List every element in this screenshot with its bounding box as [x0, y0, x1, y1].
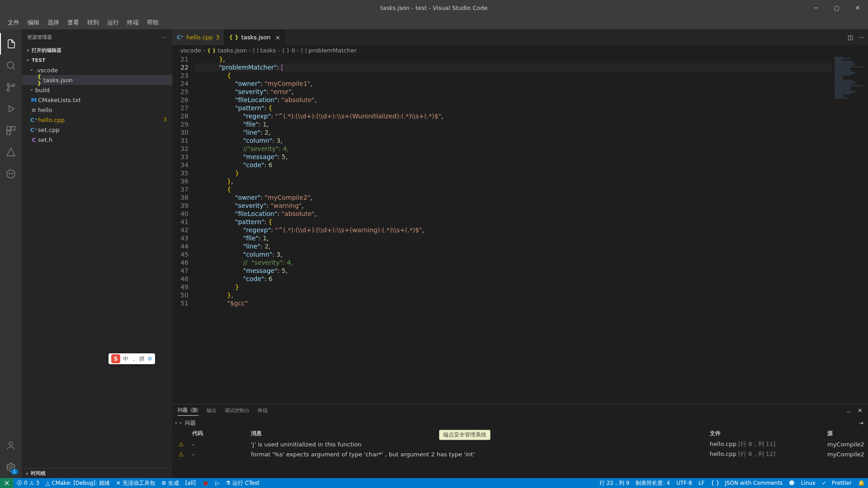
chevron-down-icon: ›: [28, 86, 35, 94]
tree-file-hello[interactable]: ≡ hello: [22, 105, 172, 115]
status-remote[interactable]: [0, 478, 14, 488]
code-content[interactable]: }, "problemMatcher": [ { "owner": "myCom…: [195, 55, 832, 404]
maximize-button[interactable]: ▢: [826, 0, 847, 16]
breadcrumbs[interactable]: .vscode› { } tasks.json› [ ] tasks› { } …: [172, 45, 868, 55]
activity-cmake[interactable]: [0, 141, 22, 163]
file-tree: › .vscode { } tasks.json › build M CMake…: [22, 65, 172, 145]
close-icon[interactable]: ×: [275, 34, 281, 41]
chevron-right-icon[interactable]: ›: [175, 420, 177, 426]
tree-file-setcpp[interactable]: C⁺ set.cpp: [22, 125, 172, 135]
gear-icon[interactable]: ⚙: [147, 356, 152, 362]
bug-icon: 🐞: [202, 480, 209, 486]
col-file[interactable]: 文件: [710, 430, 827, 437]
svg-rect-6: [7, 131, 10, 135]
play-icon: ▷: [215, 480, 219, 486]
status-ctest[interactable]: ⚗运行 CTest: [222, 478, 263, 488]
activity-scm[interactable]: [0, 76, 22, 98]
collapse-all-icon[interactable]: ⇥: [859, 420, 863, 426]
activity-account[interactable]: [0, 435, 22, 456]
activity-copilot[interactable]: [0, 163, 22, 185]
json-icon: { }: [229, 34, 238, 41]
editor-area: C⁺ hello.cpp 3 { } tasks.json × ◫ ⋯ .vsc…: [172, 29, 868, 478]
breadcrumb-item[interactable]: .vscode: [179, 47, 201, 54]
status-notifications[interactable]: 🔔: [855, 478, 868, 488]
minimap[interactable]: [832, 55, 868, 404]
problem-row[interactable]: ⚠-format '%s' expects argument of type '…: [172, 449, 868, 459]
activity-settings[interactable]: 1: [0, 456, 22, 478]
menu-edit[interactable]: 编辑: [24, 19, 43, 27]
menu-selection[interactable]: 选择: [43, 19, 63, 27]
panel-tab-output[interactable]: 输出: [207, 407, 217, 416]
breadcrumb-item[interactable]: problemMatcher: [308, 47, 357, 54]
tree-file-seth[interactable]: C set.h: [22, 135, 172, 145]
problem-row[interactable]: ⚠-'j' is used uninitialized in this func…: [172, 439, 868, 449]
split-editor-icon[interactable]: ◫: [848, 34, 853, 41]
breadcrumb-item[interactable]: 0: [292, 47, 295, 54]
col-code[interactable]: 代码: [192, 430, 251, 437]
svg-rect-5: [11, 127, 15, 130]
more-actions-icon[interactable]: ⋯: [859, 34, 864, 41]
tab-tasks-json[interactable]: { } tasks.json ×: [224, 29, 285, 45]
gear-icon: ⚙: [161, 480, 166, 486]
chevron-down-icon[interactable]: ›: [178, 422, 184, 424]
activity-search[interactable]: [0, 55, 22, 76]
status-language[interactable]: { } JSON with Comments: [708, 478, 786, 488]
code-editor[interactable]: 2122232425262728293031323334353637383940…: [172, 55, 832, 404]
activity-explorer[interactable]: [0, 33, 22, 55]
object-icon: { }: [282, 47, 290, 53]
status-problems[interactable]: ⓧ0 ⚠3: [14, 478, 42, 488]
status-eol[interactable]: LF: [695, 478, 708, 488]
breadcrumb-item[interactable]: tasks: [260, 47, 276, 54]
tree-folder-vscode[interactable]: › .vscode: [22, 65, 172, 75]
check-icon: ✓: [822, 480, 826, 486]
menu-go[interactable]: 转到: [83, 19, 103, 27]
status-prettier[interactable]: ✓ Prettier: [819, 478, 855, 488]
sidebar-more-icon[interactable]: ⋯: [162, 34, 167, 40]
tab-hello-cpp[interactable]: C⁺ hello.cpp 3: [172, 29, 224, 45]
status-cursor[interactable]: 行 22，列 9: [596, 478, 633, 488]
status-encoding[interactable]: UTF-8: [673, 478, 695, 488]
panel-tab-terminal[interactable]: 终端: [258, 407, 268, 416]
activity-extensions[interactable]: [0, 120, 22, 141]
array-icon: [ ]: [253, 47, 259, 53]
sidebar-title: 资源管理器: [27, 34, 52, 41]
status-run-launch[interactable]: ▷: [212, 478, 222, 488]
minimize-button[interactable]: ─: [806, 0, 826, 16]
menu-help[interactable]: 帮助: [143, 19, 163, 27]
section-open-editors[interactable]: › 打开的编辑器: [22, 45, 172, 55]
ime-indicator[interactable]: S 中 ， 拼 ⚙: [108, 353, 155, 364]
status-cmake[interactable]: △CMake: [Debug]: 就绪: [42, 478, 113, 488]
status-feedback[interactable]: ☻: [786, 478, 798, 488]
status-debug-launch[interactable]: 🐞: [199, 478, 212, 488]
section-timeline[interactable]: › 时间线: [22, 468, 172, 478]
tree-file-tasksjson[interactable]: { } tasks.json: [22, 75, 172, 85]
panel-close-icon[interactable]: ✕: [858, 407, 863, 415]
activity-debug[interactable]: [0, 98, 22, 120]
menu-view[interactable]: 查看: [63, 19, 83, 27]
panel-tab-problems[interactable]: 问题 3: [178, 407, 198, 416]
status-os[interactable]: Linux: [798, 478, 819, 488]
tree-file-cmakelists[interactable]: M CMakeLists.txt: [22, 95, 172, 105]
window-title: tasks.json - test - Visual Studio Code: [380, 5, 488, 11]
col-src[interactable]: 源: [827, 430, 868, 437]
breadcrumb-item[interactable]: tasks.json: [218, 47, 247, 54]
problems-header: 代码 消息 文件 源: [172, 428, 868, 439]
status-build[interactable]: ⚙生成: [158, 478, 182, 488]
status-tabsize[interactable]: 制表符长度: 4: [632, 478, 673, 488]
menu-file[interactable]: 文件: [4, 19, 24, 27]
tree-folder-build[interactable]: › build: [22, 85, 172, 95]
header-icon: C: [30, 136, 38, 143]
beaker-icon: ⚗: [226, 480, 231, 486]
menu-run[interactable]: 运行: [103, 19, 123, 27]
panel-tab-debug-console[interactable]: 调试控制台: [225, 407, 250, 416]
problem-count-badge: 3: [163, 117, 167, 123]
warning-icon: ⚠: [29, 480, 34, 486]
menu-terminal[interactable]: 终端: [123, 19, 143, 27]
close-button[interactable]: ✕: [847, 0, 868, 16]
menubar: 文件 编辑 选择 查看 转到 运行 终端 帮助: [0, 16, 868, 29]
panel-maximize-icon[interactable]: ︿: [846, 407, 852, 415]
status-kit[interactable]: ✕无活动工具包: [113, 478, 158, 488]
status-target[interactable]: [all]: [182, 478, 199, 488]
section-folder[interactable]: › TEST: [22, 55, 172, 65]
tree-file-hellocpp[interactable]: C⁺ hello.cpp 3: [22, 115, 172, 125]
